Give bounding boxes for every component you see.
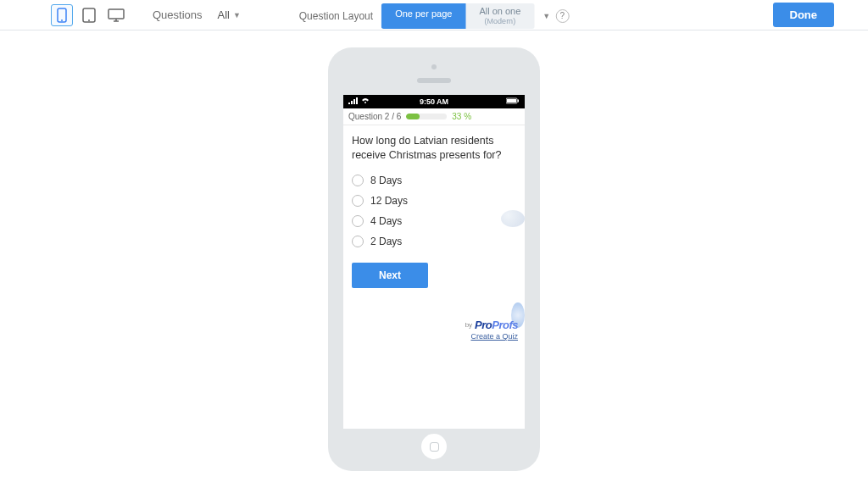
status-bar: 9:50 AM — [343, 95, 525, 108]
questions-label: Questions — [153, 8, 203, 21]
svg-rect-10 — [356, 97, 358, 104]
done-button[interactable]: Done — [773, 3, 835, 27]
progress-fill — [406, 114, 420, 119]
decorative-image — [501, 210, 525, 227]
option-label: 12 Days — [370, 195, 408, 207]
option-2[interactable]: 12 Days — [352, 195, 516, 207]
option-4[interactable]: 2 Days — [352, 236, 516, 247]
options-list: 8 Days 12 Days 4 Days 2 Days — [352, 175, 516, 247]
radio-icon — [352, 236, 364, 247]
layout-one-per-page[interactable]: One per page — [381, 3, 465, 29]
questions-filter: Questions All ▼ — [153, 6, 249, 24]
radio-icon — [352, 195, 364, 207]
radio-icon — [352, 215, 364, 227]
battery-icon — [506, 97, 520, 106]
svg-rect-4 — [108, 9, 124, 19]
top-toolbar: Questions All ▼ Question Layout One per … — [0, 0, 868, 30]
progress-percent: 33 % — [452, 112, 471, 121]
tablet-icon — [82, 8, 96, 23]
device-phone-tab[interactable] — [51, 4, 73, 26]
layout-all-on-one[interactable]: All on one (Modern) — [465, 3, 534, 29]
layout-chevron-down-icon[interactable]: ▼ — [542, 12, 550, 20]
layout-control: Question Layout One per page All on one … — [299, 3, 570, 29]
svg-rect-12 — [507, 99, 516, 103]
layout-all-label: All on one — [479, 6, 520, 16]
progress-bar — [406, 114, 447, 119]
question-text: How long do Latvian residents receive Ch… — [352, 134, 516, 163]
help-icon[interactable]: ? — [555, 9, 569, 23]
questions-dropdown[interactable]: All ▼ — [209, 6, 249, 24]
quiz-footer: by ProProfs Create a Quiz — [465, 319, 518, 341]
phone-camera-dot — [431, 64, 437, 69]
layout-modern-sub: (Modern) — [479, 17, 520, 26]
phone-home-button — [421, 434, 447, 459]
svg-rect-7 — [348, 103, 350, 104]
layout-label: Question Layout — [299, 10, 373, 22]
phone-frame: 9:50 AM Question 2 / 6 33 % How long do … — [328, 47, 540, 471]
signal-icon — [348, 97, 359, 106]
quiz-body: How long do Latvian residents receive Ch… — [343, 125, 525, 297]
proprofs-logo: ProProfs — [475, 319, 518, 331]
status-time: 9:50 AM — [420, 97, 448, 106]
svg-rect-8 — [351, 101, 353, 104]
question-counter: Question 2 / 6 — [348, 112, 401, 121]
desktop-icon — [108, 8, 125, 22]
by-label: by — [465, 321, 472, 329]
next-button[interactable]: Next — [352, 263, 428, 288]
preview-canvas: 9:50 AM Question 2 / 6 33 % How long do … — [0, 30, 868, 471]
chevron-down-icon: ▼ — [233, 11, 241, 19]
radio-icon — [352, 175, 364, 186]
create-quiz-link[interactable]: Create a Quiz — [470, 332, 518, 341]
device-desktop-tab[interactable] — [105, 4, 127, 26]
option-label: 4 Days — [370, 215, 402, 227]
phone-earpiece — [417, 78, 451, 83]
option-label: 8 Days — [370, 175, 402, 186]
quiz-header: Question 2 / 6 33 % — [343, 108, 525, 125]
option-3[interactable]: 4 Days — [352, 215, 516, 227]
phone-screen: 9:50 AM Question 2 / 6 33 % How long do … — [343, 95, 525, 429]
device-switcher — [51, 4, 127, 26]
layout-toggle: One per page All on one (Modern) — [381, 3, 534, 29]
svg-rect-9 — [353, 99, 355, 104]
phone-icon — [57, 8, 67, 23]
option-1[interactable]: 8 Days — [352, 175, 516, 186]
questions-value: All — [218, 8, 230, 21]
wifi-icon — [361, 97, 370, 106]
device-tablet-tab[interactable] — [78, 4, 100, 26]
option-label: 2 Days — [370, 236, 402, 247]
svg-rect-13 — [518, 100, 520, 103]
